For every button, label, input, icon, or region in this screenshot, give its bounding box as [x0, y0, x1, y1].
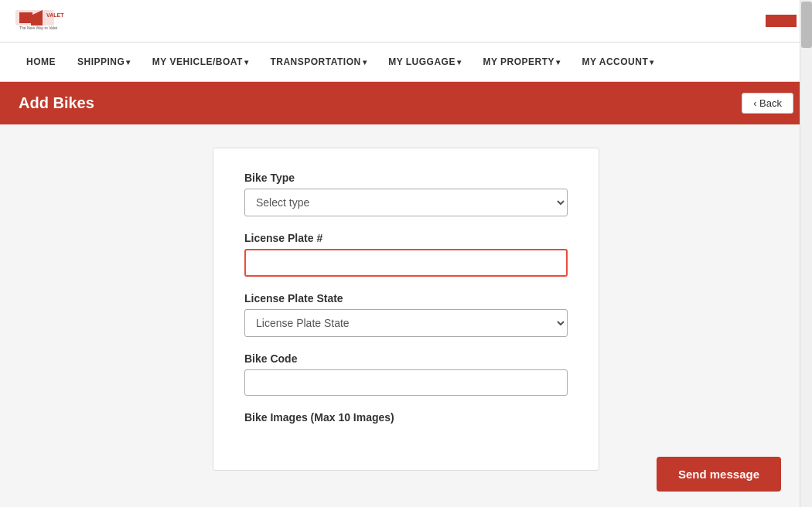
bike-type-label: Bike Type: [244, 172, 568, 184]
property-dropdown-icon: ▾: [556, 58, 561, 66]
nav-item-vehicle[interactable]: MY VEHICLE/BOAT▾: [142, 43, 260, 81]
nav-link-luggage[interactable]: MY LUGGAGE▾: [377, 43, 472, 81]
nav-item-shipping[interactable]: SHIPPING▾: [67, 43, 142, 81]
license-plate-state-select[interactable]: License Plate State Alabama Alaska Calif…: [244, 309, 568, 337]
bike-images-group: Bike Images (Max 10 Images): [244, 411, 568, 424]
scrollbar-thumb[interactable]: [801, 2, 812, 48]
main-content: Bike Type Select type Mountain Bike Road…: [0, 124, 812, 507]
bike-images-label: Bike Images (Max 10 Images): [244, 411, 568, 424]
page-title: Add Bikes: [19, 94, 94, 112]
bike-code-input[interactable]: [244, 369, 568, 396]
nav-link-shipping[interactable]: SHIPPING▾: [67, 43, 142, 81]
transportation-dropdown-icon: ▾: [363, 58, 367, 66]
nav-item-transportation[interactable]: TRANSPORTATION▾: [259, 43, 377, 81]
svg-text:The New Way to Valet: The New Way to Valet: [19, 26, 58, 30]
nav-link-account[interactable]: MY ACCOUNT▾: [571, 43, 665, 81]
form-card: Bike Type Select type Mountain Bike Road…: [213, 148, 599, 471]
license-plate-input[interactable]: [244, 249, 568, 277]
back-button[interactable]: Back: [742, 93, 793, 114]
bike-code-label: Bike Code: [244, 352, 568, 365]
nav-item-property[interactable]: MY PROPERTY▾: [472, 43, 571, 81]
main-nav: HOME SHIPPING▾ MY VEHICLE/BOAT▾ TRANSPOR…: [0, 43, 812, 82]
nav-link-home[interactable]: HOME: [15, 43, 67, 81]
license-plate-state-label: License Plate State: [244, 292, 568, 305]
nav-item-account[interactable]: MY ACCOUNT▾: [571, 43, 665, 81]
scrollbar-track[interactable]: [800, 0, 812, 507]
license-plate-group: License Plate #: [244, 232, 568, 277]
logo-icon: VALET The New Way to Valet: [15, 6, 85, 36]
nav-item-home[interactable]: HOME: [15, 43, 67, 81]
vehicle-dropdown-icon: ▾: [244, 58, 249, 66]
bike-type-group: Bike Type Select type Mountain Bike Road…: [244, 172, 568, 216]
svg-marker-1: [19, 12, 32, 23]
bike-type-select[interactable]: Select type Mountain Bike Road Bike BMX …: [244, 189, 568, 216]
luggage-dropdown-icon: ▾: [457, 58, 462, 66]
nav-link-vehicle[interactable]: MY VEHICLE/BOAT▾: [142, 43, 260, 81]
send-message-button[interactable]: Send message: [657, 457, 781, 492]
header: VALET The New Way to Valet: [0, 0, 812, 43]
page-header-bar: Add Bikes Back: [0, 82, 812, 124]
nav-link-transportation[interactable]: TRANSPORTATION▾: [259, 43, 377, 81]
license-plate-state-group: License Plate State License Plate State …: [244, 292, 568, 337]
account-dropdown-icon: ▾: [650, 58, 654, 66]
svg-text:VALET: VALET: [46, 12, 64, 18]
bike-code-group: Bike Code: [244, 352, 568, 396]
nav-item-luggage[interactable]: MY LUGGAGE▾: [377, 43, 472, 81]
logo-area: VALET The New Way to Valet: [15, 6, 85, 36]
nav-link-property[interactable]: MY PROPERTY▾: [472, 43, 571, 81]
header-action-button[interactable]: [766, 15, 797, 27]
shipping-dropdown-icon: ▾: [126, 58, 131, 66]
license-plate-label: License Plate #: [244, 232, 568, 244]
